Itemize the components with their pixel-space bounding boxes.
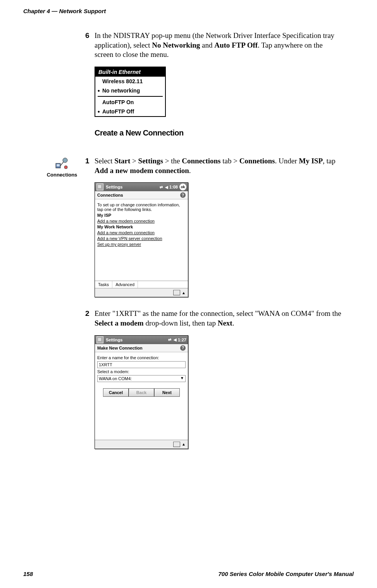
step-6: 6 In the NDISTRAY pop-up menu (the Netwo… <box>95 31 343 60</box>
start-flag-icon[interactable] <box>96 336 103 343</box>
keyboard-icon[interactable] <box>173 442 180 447</box>
ndistray-item-autoftp-off[interactable]: AutoFTP Off <box>95 107 165 116</box>
label-no-networking: No Networking <box>152 41 200 49</box>
speaker-icon: ◀ <box>174 338 177 342</box>
step-1-b: . Under <box>275 157 299 165</box>
ppc2-label-modem: Select a modem: <box>97 369 186 374</box>
ppc2-time: 1:27 <box>178 338 186 342</box>
ppc1-link-add-vpn[interactable]: Add a new VPN server connection <box>97 236 162 241</box>
label-connetions: Connetions <box>239 157 275 165</box>
cancel-button[interactable]: Cancel <box>103 388 129 397</box>
help-icon[interactable]: ? <box>180 345 186 351</box>
next-button[interactable]: Next <box>154 388 180 397</box>
select-modem-dropdown[interactable] <box>97 375 186 382</box>
connections-icon <box>55 156 69 170</box>
back-button: Back <box>129 388 154 397</box>
running-header: Chapter 4 — Network Support <box>23 8 106 14</box>
manual-title: 700 Series Color Mobile Computer User's … <box>219 571 354 577</box>
ndistray-menu: Built-in Ethernet Wireless 802.11 No net… <box>95 67 166 117</box>
ppc1-link-proxy[interactable]: Set up my proxy server <box>97 242 141 247</box>
input-panel-arrow-icon[interactable]: ▲ <box>182 291 186 295</box>
step-2-number: 2 <box>85 309 90 319</box>
tab-advanced[interactable]: Advanced <box>112 281 138 288</box>
ndistray-item-no-networking[interactable]: No networking <box>95 86 165 95</box>
ppc2-titlebar: Make New Connection ? <box>95 344 188 352</box>
ppc1-bottombar: ▲ <box>95 288 188 297</box>
step-2-a: Enter "1XRTT" as the name for the connec… <box>95 309 341 317</box>
connectivity-icon: ⇄ <box>160 185 163 189</box>
start-flag-icon[interactable] <box>96 183 103 190</box>
ppc1-link-add-modem-work[interactable]: Add a new modem connection <box>97 230 155 235</box>
step-1-d: . <box>189 166 191 175</box>
step-1-c: , tap <box>323 157 336 165</box>
ppc1-time: 1:08 <box>169 185 178 189</box>
step-2: 2 Enter "1XRTT" as the name for the conn… <box>95 309 343 328</box>
label-my-isp: My ISP <box>299 157 323 165</box>
connectivity-icon: ⇄ <box>168 338 171 342</box>
ppc1-myisp: My ISP <box>97 213 111 218</box>
chevron-down-icon[interactable]: ▼ <box>180 376 184 380</box>
ppc2-bottombar: ▲ <box>95 440 188 449</box>
ppc1-desc: To set up or change connection informati… <box>97 202 186 212</box>
help-icon[interactable]: ? <box>180 192 186 198</box>
page-number: 158 <box>23 571 33 577</box>
heading-create-connection: Create a New Connection <box>95 129 343 137</box>
step-2-c: . <box>232 319 234 327</box>
label-settings: Settings <box>138 157 163 165</box>
label-connections-tab: Connections <box>182 157 220 165</box>
tab-tasks[interactable]: Tasks <box>95 281 112 288</box>
step-1-gt3: tab > <box>220 157 239 165</box>
ppc1-mywork: My Work Network <box>97 225 133 229</box>
ndistray-item-autoftp-on[interactable]: AutoFTP On <box>95 98 165 107</box>
label-add-modem: Add a new modem connection <box>95 166 189 175</box>
ppc2-label-name: Enter a name for the connection: <box>97 355 186 360</box>
ppc1-body: To set up or change connection informati… <box>95 199 188 281</box>
page-footer: 158 700 Series Color Mobile Computer Use… <box>23 571 354 577</box>
ppc-make-connection-screenshot: Settings ⇄ ◀ 1:27 Make New Connection ? … <box>95 335 188 449</box>
ppc2-topbar: Settings ⇄ ◀ 1:27 <box>95 336 188 344</box>
step-1: 1 Select Start > Settings > the Connecti… <box>95 156 343 175</box>
label-select-modem: Select a modem <box>95 319 144 327</box>
ppc1-tabs: Tasks Advanced <box>95 281 188 288</box>
label-auto-ftp-off: Auto FTP Off <box>214 41 258 49</box>
chapter-label: Chapter 4 <box>23 8 50 14</box>
ppc2-body: Enter a name for the connection: Select … <box>95 352 188 440</box>
ppc1-topbar: Settings ⇄ ◀ 1:08 ok <box>95 183 188 191</box>
svg-rect-1 <box>57 164 60 166</box>
ppc1-titlebar: Connections ? <box>95 191 188 199</box>
header-title: Network Support <box>59 8 106 14</box>
step-1-a: Select <box>95 157 114 165</box>
ppc1-link-add-modem-isp[interactable]: Add a new modem connection <box>97 219 155 223</box>
ndistray-separator <box>98 96 163 97</box>
connections-icon-block: Connections <box>43 156 81 178</box>
connection-name-input[interactable] <box>97 361 186 368</box>
connections-icon-label: Connections <box>43 172 81 178</box>
step-2-b: drop-down list, then tap <box>144 319 218 327</box>
ok-button[interactable]: ok <box>179 183 186 190</box>
step-1-number: 1 <box>85 156 90 166</box>
ppc1-title: Connections <box>97 193 123 197</box>
header-dash: — <box>50 8 59 14</box>
ndistray-item-wireless[interactable]: Wireless 802.11 <box>95 77 165 86</box>
ppc-connections-screenshot: Settings ⇄ ◀ 1:08 ok Connections ? To se… <box>95 182 188 297</box>
svg-point-3 <box>64 166 67 169</box>
step-6-and: and <box>200 41 214 49</box>
input-panel-arrow-icon[interactable]: ▲ <box>182 442 186 446</box>
ppc1-topbar-title: Settings <box>106 185 122 189</box>
step-1-gt2: > the <box>163 157 182 165</box>
keyboard-icon[interactable] <box>173 290 180 295</box>
step-6-number: 6 <box>85 31 90 41</box>
ppc2-topbar-title: Settings <box>106 338 122 342</box>
ndistray-title: Built-in Ethernet <box>95 67 165 77</box>
label-start: Start <box>114 157 130 165</box>
speaker-icon: ◀ <box>165 185 168 189</box>
label-next: Next <box>218 319 232 327</box>
step-1-gt1: > <box>130 157 138 165</box>
ppc2-title: Make New Connection <box>97 346 143 350</box>
